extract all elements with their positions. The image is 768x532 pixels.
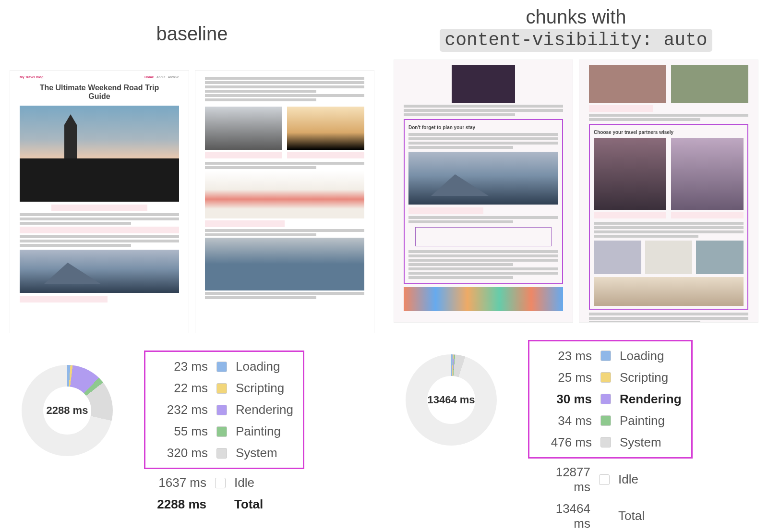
colorful-buildings-image bbox=[404, 287, 563, 311]
content-visibility-box-a: Don't forget to plan your stay bbox=[404, 119, 563, 284]
arms-up-image bbox=[452, 65, 516, 103]
code-highlight: content-visibility: auto bbox=[440, 29, 712, 52]
baseline-title: baseline bbox=[10, 5, 374, 62]
cv-page-a: Don't forget to plan your stay bbox=[394, 60, 573, 323]
donut-center: 13464 ms bbox=[427, 394, 475, 406]
motorcycle-image bbox=[205, 107, 282, 150]
callout-box bbox=[415, 227, 552, 246]
post-title: The Ultimate Weekend Road Trip Guide bbox=[39, 84, 160, 101]
baseline-column: baseline My Travel Blog Home About Archi… bbox=[10, 5, 374, 527]
blog-page-scroll bbox=[195, 70, 374, 333]
travel-grid-1 bbox=[594, 241, 641, 274]
person-dusk-image bbox=[671, 138, 744, 210]
cv-auto-title: chunks with content-visibility: auto bbox=[394, 5, 758, 52]
climbing-image bbox=[594, 138, 666, 210]
baseline-donut-chart: 2288 ms bbox=[22, 365, 113, 456]
blog-page-top: My Travel Blog Home About Archive The Ul… bbox=[10, 70, 189, 333]
beach-shorts-image bbox=[205, 170, 364, 218]
sunset-silhouette-image bbox=[287, 107, 364, 150]
travel-grid-2 bbox=[645, 241, 693, 274]
blog-brand: My Travel Blog bbox=[20, 75, 43, 79]
cv-auto-perf-panel: 13464 ms 23 msLoading 25 msScripting 30 … bbox=[394, 326, 758, 532]
travel-grid-3 bbox=[696, 241, 744, 274]
content-visibility-box-b: Choose your travel partners wisely bbox=[589, 124, 748, 310]
mountain-image bbox=[20, 250, 179, 293]
beach-wide-image bbox=[594, 277, 744, 306]
baseline-legend-block: 23 msLoading 22 msScripting 232 msRender… bbox=[144, 351, 304, 518]
blog-nav: Home About Archive bbox=[144, 75, 179, 79]
mountain-lake-image bbox=[408, 152, 558, 205]
cv-auto-legend-block: 23 msLoading 25 msScripting 30 msRenderi… bbox=[528, 340, 693, 532]
denim-jacket-image bbox=[205, 238, 364, 290]
produce-image bbox=[671, 65, 748, 103]
hero-image-sunset bbox=[20, 106, 179, 202]
baseline-perf-panel: 2288 ms 23 msLoading 22 msScripting 232 … bbox=[10, 336, 374, 518]
portrait-image bbox=[589, 65, 666, 103]
cv-auto-donut-chart: 13464 ms bbox=[406, 354, 497, 446]
cv-page-b: Choose your travel partners wisely bbox=[579, 60, 758, 323]
donut-center: 2288 ms bbox=[47, 404, 88, 417]
cv-auto-column: chunks with content-visibility: auto Don… bbox=[394, 5, 758, 527]
cv-auto-screenshot: Don't forget to plan your stay bbox=[394, 57, 758, 326]
baseline-screenshot: My Travel Blog Home About Archive The Ul… bbox=[10, 67, 374, 336]
